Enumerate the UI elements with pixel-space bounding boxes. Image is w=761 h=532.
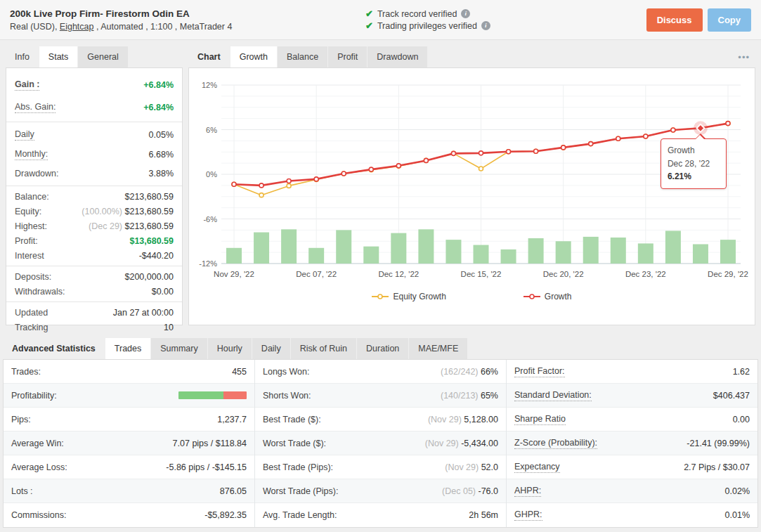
stat-row-standard-deviation: Standard Deviation:$406.437 [507,384,757,408]
stat-value: (Nov 29) 5,128.00 [428,415,498,424]
value-text: 0.05% [149,130,174,140]
title-block: 200k Live Prop Firm- Firestorm Odin EA R… [10,8,365,32]
value-text: -5,434.00 [461,439,498,448]
discuss-button[interactable]: Discuss [646,8,703,32]
broker-link[interactable]: Eightcap [60,22,94,32]
more-options-icon[interactable]: ••• [738,52,750,63]
stat-label: Best Trade (Pips): [263,462,333,472]
stat-label: Trades: [11,367,41,377]
stat-row-best-trade-pips: Best Trade (Pips):(Nov 29) 52.0 [255,455,506,479]
stat-row-shorts-won: Shorts Won:(140/213) 65% [255,384,506,408]
tab-chart[interactable]: Chart [188,46,230,67]
info-row-deposits: Deposits:$200,000.00 [6,269,182,284]
value-text: 5,128.00 [464,415,498,424]
stat-label: Lots : [11,486,33,496]
info-label: Interest [15,251,44,261]
tab-drawdown[interactable]: Drawdown [368,46,427,67]
legend-item-equity-growth[interactable]: Equity Growth [372,292,445,301]
stat-row-trades: Trades:455 [4,360,254,384]
tooltip-value: 6.21% [668,170,720,183]
svg-text:12%: 12% [202,81,217,89]
info-row-gain: Gain :+6.84% [6,74,182,96]
stat-value: 0.00 [733,415,750,424]
stat-label[interactable]: Expectancy [514,462,560,473]
info-label: Profit: [15,236,38,246]
info-value: +6.84% [143,103,174,112]
tab-general[interactable]: General [78,46,127,67]
info-value: (Dec 29) $213,680.59 [89,221,174,231]
stat-label: Commissions: [11,510,67,520]
value-text: 7.07 pips / $118.84 [173,439,247,448]
value-text: 0.00 [733,415,750,424]
info-group: Deposits:$200,000.00Withdrawals:$0.00 [6,266,182,302]
top-section: InfoStatsGeneral Gain :+6.84%Abs. Gain:+… [0,40,761,325]
info-row-profit: Profit:$13,680.59 [6,233,182,248]
tab-mae-mfe[interactable]: MAE/MFE [409,338,467,359]
stat-row-average-win: Average Win:7.07 pips / $118.84 [4,432,254,455]
tooltip-series: Growth [668,144,720,157]
info-label: Deposits: [15,272,51,282]
stats-tabbar: Advanced StatisticsTradesSummaryHourlyDa… [3,338,758,359]
value-text: $213,680.59 [124,221,174,231]
growth-chart[interactable]: 12%6%0%-6%-12%Nov 29, '22Dec 07, '22Dec … [193,75,750,286]
stat-label[interactable]: GHPR: [514,510,542,521]
stats-table: Trades:455Profitability:Pips:1,237.7Aver… [3,359,758,528]
stat-label: Average Win: [11,439,64,448]
tab-growth[interactable]: Growth [230,46,277,67]
info-value: 6.68% [149,150,174,160]
check-icon: ✔ [365,20,373,31]
info-group: Daily0.05%Monthly:6.68%Drawdown:3.88% [6,122,182,186]
stat-label[interactable]: Profit Factor: [514,366,565,377]
info-label: Equity: [15,207,41,216]
info-label[interactable]: Gain : [15,79,39,91]
info-row-equity: Equity:(100.00%) $213,680.59 [6,204,182,219]
value-text: 65% [481,391,498,401]
info-row-updated: UpdatedJan 27 at 00:00 [6,305,182,320]
info-value: (100.00%) $213,680.59 [82,207,174,216]
profitability-bar [178,391,247,399]
stat-value: 876.05 [220,486,247,496]
tab-duration[interactable]: Duration [357,338,408,359]
tab-summary[interactable]: Summary [151,338,207,359]
tab-stats[interactable]: Stats [39,46,78,67]
stat-label[interactable]: Sharpe Ratio [514,414,566,425]
stat-row-profit-factor: Profit Factor:1.62 [507,360,757,384]
stat-label: Worst Trade ($): [263,439,326,448]
stat-value: -$5,892.35 [204,510,247,520]
legend-item-growth[interactable]: Growth [523,292,572,301]
stat-value: 0.01% [725,510,750,520]
verified-block: ✔ Track record verified i ✔ Trading priv… [365,7,646,32]
stat-label[interactable]: Z-Score (Probability): [514,438,597,449]
stat-label: Average Loss: [11,462,67,472]
stat-row-longs-won: Longs Won:(162/242) 66% [255,360,506,384]
info-label[interactable]: Daily [15,129,34,141]
tab-info[interactable]: Info [6,46,39,67]
tab-risk-of-ruin[interactable]: Risk of Ruin [291,338,356,359]
info-label[interactable]: Abs. Gain: [15,102,56,113]
profitability-bar-win [178,391,223,399]
info-icon[interactable]: i [481,21,490,30]
value-text: +6.84% [143,80,174,90]
stat-label[interactable]: AHPR: [514,486,541,497]
stat-label: Worst Trade (Pips): [263,486,338,496]
info-value: +6.84% [143,80,174,90]
stat-row-expectancy: Expectancy2.7 Pips / $30.07 [507,455,757,479]
stat-label[interactable]: Standard Deviation: [514,390,592,401]
tab-hourly[interactable]: Hourly [208,338,252,359]
stat-row-best-trade: Best Trade ($):(Nov 29) 5,128.00 [255,408,506,432]
info-icon[interactable]: i [461,9,470,18]
tab-balance[interactable]: Balance [278,46,327,67]
copy-button[interactable]: Copy [708,8,752,32]
tab-daily[interactable]: Daily [252,338,290,359]
stat-value: (Nov 29) 52.0 [445,462,498,472]
info-label[interactable]: Monthly: [15,149,48,160]
value-text: 10 [164,323,174,332]
tab-advanced-statistics[interactable]: Advanced Statistics [3,338,105,359]
stat-label: Shorts Won: [263,391,311,401]
tab-trades[interactable]: Trades [105,338,150,359]
tab-profit[interactable]: Profit [328,46,367,67]
stat-row-pips: Pips:1,237.7 [4,408,254,432]
stat-row-commissions: Commissions:-$5,892.35 [4,503,254,527]
stat-row-ghpr: GHPR:0.01% [507,503,757,527]
verified-label: Trading privileges verified [377,21,477,31]
